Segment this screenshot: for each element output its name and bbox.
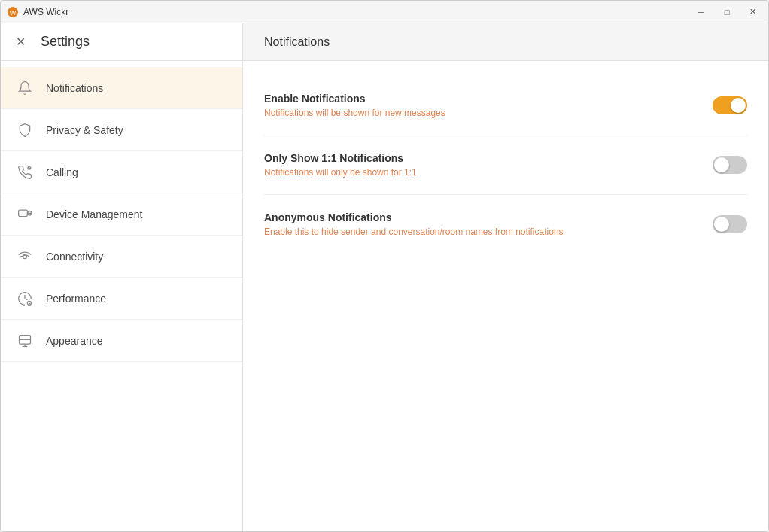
bell-icon <box>16 79 34 97</box>
sidebar-item-notifications[interactable]: Notifications <box>1 67 242 109</box>
sidebar-item-appearance[interactable]: Appearance <box>1 320 242 362</box>
setting-info-only-1-1: Only Show 1:1 Notifications Notification… <box>264 152 713 178</box>
titlebar: W AWS Wickr ─ □ ✕ <box>1 1 768 23</box>
minimize-button[interactable]: ─ <box>691 5 711 20</box>
setting-name-only-1-1: Only Show 1:1 Notifications <box>264 152 713 164</box>
sidebar-item-calling[interactable]: Calling <box>1 151 242 193</box>
performance-icon <box>16 290 34 308</box>
content-header: Notifications <box>243 23 768 61</box>
svg-text:W: W <box>10 9 17 17</box>
setting-row-anonymous: Anonymous Notifications Enable this to h… <box>264 195 747 254</box>
sidebar-title: Settings <box>41 34 90 50</box>
sidebar-item-privacy-label: Privacy & Safety <box>46 124 123 136</box>
svg-rect-5 <box>19 210 28 216</box>
svg-line-4 <box>29 168 29 169</box>
sidebar-item-performance-label: Performance <box>46 293 106 305</box>
setting-desc-only-1-1: Notifications will only be shown for 1:1 <box>264 167 713 178</box>
app-logo: W <box>7 6 19 18</box>
setting-info-anonymous: Anonymous Notifications Enable this to h… <box>264 211 713 237</box>
setting-row-only-1-1: Only Show 1:1 Notifications Notification… <box>264 135 747 195</box>
sidebar-nav: Notifications Privacy & Safety <box>1 61 242 531</box>
shield-icon <box>16 121 34 139</box>
calling-icon <box>16 163 34 181</box>
sidebar-item-appearance-label: Appearance <box>46 335 103 347</box>
toggle-track-enable <box>713 96 747 114</box>
sidebar-item-device-management[interactable]: Device Management <box>1 193 242 236</box>
app-title: AWS Wickr <box>23 7 691 17</box>
toggle-track-anonymous <box>713 215 747 233</box>
toggle-track-only-1-1 <box>713 156 747 174</box>
sidebar-header: ✕ Settings <box>1 23 242 61</box>
toggle-only-1-1[interactable] <box>713 156 747 174</box>
maximize-button[interactable]: □ <box>717 5 737 20</box>
toggle-anonymous[interactable] <box>713 215 747 233</box>
toggle-thumb-enable <box>731 98 746 113</box>
sidebar: ✕ Settings Notifications <box>1 23 243 531</box>
setting-desc-anonymous: Enable this to hide sender and conversat… <box>264 226 713 237</box>
window-controls: ─ □ ✕ <box>691 5 762 20</box>
setting-name-enable-notifications: Enable Notifications <box>264 93 713 105</box>
sidebar-item-privacy-safety[interactable]: Privacy & Safety <box>1 109 242 151</box>
toggle-thumb-anonymous <box>714 217 729 232</box>
content-area: Notifications Enable Notifications Notif… <box>243 23 768 531</box>
setting-desc-enable-notifications: Notifications will be shown for new mess… <box>264 108 713 118</box>
app-window: W AWS Wickr ─ □ ✕ ✕ Settings <box>0 0 769 532</box>
setting-name-anonymous: Anonymous Notifications <box>264 211 713 223</box>
main-layout: ✕ Settings Notifications <box>1 23 768 531</box>
device-icon <box>16 205 34 223</box>
close-button[interactable]: ✕ <box>743 5 762 20</box>
toggle-thumb-only-1-1 <box>714 157 729 172</box>
sidebar-close-button[interactable]: ✕ <box>16 35 26 49</box>
sidebar-item-connectivity[interactable]: Connectivity <box>1 236 242 278</box>
appearance-icon <box>16 332 34 350</box>
setting-info-enable-notifications: Enable Notifications Notifications will … <box>264 93 713 118</box>
sidebar-item-performance[interactable]: Performance <box>1 278 242 320</box>
toggle-enable-notifications[interactable] <box>713 96 747 114</box>
content-title: Notifications <box>264 35 330 49</box>
sidebar-item-connectivity-label: Connectivity <box>46 251 103 263</box>
sidebar-item-device-label: Device Management <box>46 208 142 220</box>
setting-row-enable-notifications: Enable Notifications Notifications will … <box>264 76 747 135</box>
sidebar-item-notifications-label: Notifications <box>46 82 103 94</box>
connectivity-icon <box>16 248 34 266</box>
sidebar-item-calling-label: Calling <box>46 166 78 178</box>
content-body: Enable Notifications Notifications will … <box>243 61 768 531</box>
